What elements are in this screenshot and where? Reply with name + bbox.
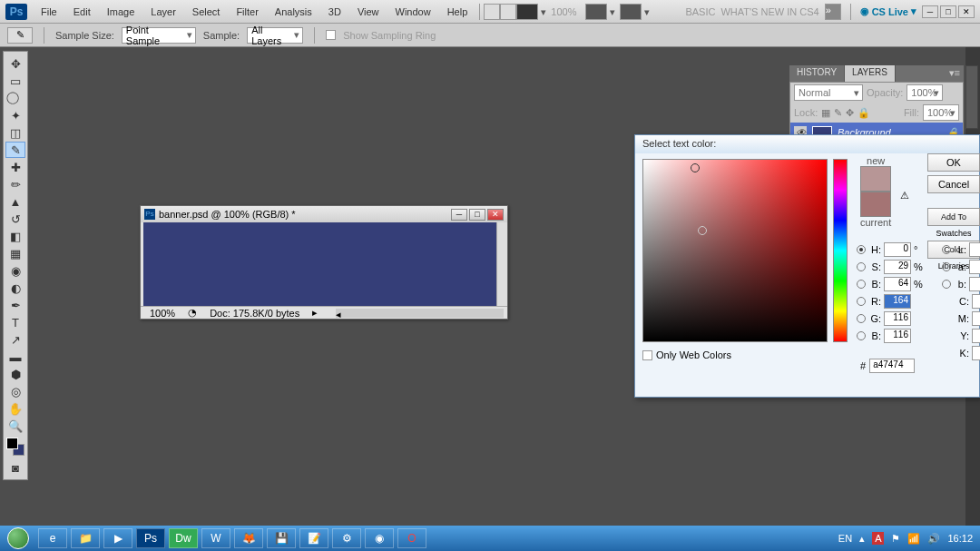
lasso-tool-icon[interactable]: ⃝ bbox=[5, 90, 25, 106]
s-radio[interactable] bbox=[857, 262, 866, 271]
opacity-input[interactable]: 100% bbox=[906, 84, 943, 101]
sample-select[interactable]: All Layers bbox=[247, 27, 303, 44]
3d-camera-tool-icon[interactable]: ◎ bbox=[5, 383, 25, 399]
h-radio[interactable] bbox=[857, 245, 866, 254]
bv-radio[interactable] bbox=[857, 331, 866, 340]
eraser-tool-icon[interactable]: ◧ bbox=[5, 228, 25, 244]
task-opera-icon[interactable]: O bbox=[397, 528, 426, 548]
whatsnew-label[interactable]: WHAT'S NEW IN CS4 bbox=[720, 6, 818, 17]
fill-input[interactable]: 100% bbox=[923, 104, 959, 121]
type-tool-icon[interactable]: T bbox=[5, 314, 25, 330]
menu-layer[interactable]: Layer bbox=[142, 3, 184, 21]
blend-mode-select[interactable]: Normal bbox=[794, 84, 863, 101]
bv-input[interactable]: 116 bbox=[884, 329, 911, 343]
lock-position-icon[interactable]: ✥ bbox=[846, 107, 854, 119]
path-tool-icon[interactable]: ↗ bbox=[5, 331, 25, 348]
task-dreamweaver-icon[interactable]: Dw bbox=[169, 528, 198, 548]
shape-tool-icon[interactable]: ▬ bbox=[5, 349, 25, 365]
task-chrome-icon[interactable]: ◉ bbox=[365, 528, 394, 548]
tab-history[interactable]: HISTORY bbox=[789, 65, 845, 82]
color-field[interactable] bbox=[642, 159, 828, 342]
color-marker-new[interactable] bbox=[691, 163, 700, 172]
blur-tool-icon[interactable]: ◉ bbox=[5, 262, 25, 279]
hex-input[interactable]: a47474 bbox=[869, 359, 915, 373]
r-radio[interactable] bbox=[857, 297, 866, 306]
current-color-swatch[interactable] bbox=[860, 192, 891, 217]
panel-dock[interactable] bbox=[965, 65, 978, 129]
panel-menu-icon[interactable]: ▾≡ bbox=[946, 65, 964, 82]
g-radio[interactable] bbox=[857, 314, 866, 323]
sample-size-select[interactable]: Point Sample bbox=[122, 27, 196, 44]
task-explorer-icon[interactable]: 📁 bbox=[71, 528, 100, 548]
Y-input[interactable]: 46 bbox=[972, 329, 980, 343]
close-icon[interactable]: ✕ bbox=[958, 5, 975, 18]
tray-lang[interactable]: EN bbox=[838, 533, 852, 544]
brush-tool-icon[interactable]: ✏ bbox=[5, 176, 25, 192]
show-ring-checkbox[interactable] bbox=[326, 30, 336, 40]
task-save-icon[interactable]: 💾 bbox=[267, 528, 296, 548]
b-radio[interactable] bbox=[857, 280, 866, 289]
arrange-docs-icon[interactable] bbox=[516, 4, 538, 20]
lock-transparency-icon[interactable]: ▦ bbox=[821, 107, 830, 119]
eyedropper-tool-icon[interactable]: ✎ bbox=[5, 142, 25, 158]
eyedropper-preset-icon[interactable]: ✎ bbox=[7, 27, 33, 44]
start-button[interactable] bbox=[0, 526, 36, 551]
h-input[interactable]: 0 bbox=[884, 242, 911, 257]
horizontal-scrollbar[interactable]: ◂ bbox=[336, 309, 504, 318]
cslive-button[interactable]: CS Live ▾ bbox=[860, 5, 916, 17]
quickmask-tool-icon[interactable]: ◙ bbox=[5, 459, 25, 476]
tray-network-icon[interactable]: 📶 bbox=[907, 533, 920, 545]
move-tool-icon[interactable]: ✥ bbox=[5, 55, 25, 72]
lb-radio[interactable] bbox=[942, 280, 951, 289]
wand-tool-icon[interactable]: ✦ bbox=[5, 107, 25, 123]
color-swatches[interactable] bbox=[6, 438, 24, 456]
stamp-tool-icon[interactable]: ▲ bbox=[5, 193, 25, 210]
task-word-icon[interactable]: W bbox=[201, 528, 230, 548]
menu-3d[interactable]: 3D bbox=[320, 3, 349, 21]
b-input[interactable]: 64 bbox=[884, 277, 911, 291]
doc-arrow-icon[interactable]: ▸ bbox=[312, 307, 318, 319]
tray-volume-icon[interactable]: 🔊 bbox=[927, 533, 940, 545]
view-extras-icon[interactable] bbox=[500, 4, 516, 20]
tab-layers[interactable]: LAYERS bbox=[845, 65, 896, 82]
doc-close-icon[interactable]: ✕ bbox=[487, 209, 504, 221]
gamut-warning-icon[interactable]: ⚠ bbox=[900, 190, 913, 202]
healing-tool-icon[interactable]: ✚ bbox=[5, 159, 25, 175]
add-swatches-button[interactable]: Add To Swatches bbox=[927, 208, 980, 226]
a-radio[interactable] bbox=[942, 262, 951, 271]
g-input[interactable]: 116 bbox=[884, 311, 911, 326]
document-titlebar[interactable]: Ps banner.psd @ 100% (RGB/8) * ─ □ ✕ bbox=[141, 206, 507, 222]
basic-label[interactable]: BASIC bbox=[685, 6, 715, 17]
menu-edit[interactable]: Edit bbox=[65, 3, 99, 21]
dialog-title[interactable]: Select text color: bbox=[635, 135, 979, 153]
history-brush-tool-icon[interactable]: ↺ bbox=[5, 211, 25, 227]
ok-button[interactable]: OK bbox=[927, 153, 980, 172]
lb-input[interactable]: 8 bbox=[969, 277, 980, 291]
minimize-icon[interactable]: ─ bbox=[922, 5, 938, 18]
task-app-icon[interactable]: ⚙ bbox=[332, 528, 361, 548]
tray-clock[interactable]: 16:12 bbox=[947, 533, 973, 544]
hue-slider[interactable] bbox=[833, 159, 848, 342]
color-marker-current[interactable] bbox=[698, 226, 707, 235]
screen-mode-icon[interactable] bbox=[585, 4, 607, 20]
menu-help[interactable]: Help bbox=[439, 3, 476, 21]
doc-zoom[interactable]: 100% bbox=[150, 308, 175, 319]
L-input[interactable]: 54 bbox=[969, 242, 980, 257]
doc-minimize-icon[interactable]: ─ bbox=[451, 209, 467, 221]
only-web-checkbox[interactable] bbox=[642, 350, 652, 360]
hand-tool-icon[interactable]: ✋ bbox=[5, 400, 25, 417]
a-input[interactable]: 20 bbox=[969, 260, 980, 274]
vertical-scrollbar[interactable] bbox=[496, 222, 507, 306]
gradient-tool-icon[interactable]: ▦ bbox=[5, 245, 25, 261]
menu-analysis[interactable]: Analysis bbox=[267, 3, 320, 21]
foreground-color-swatch[interactable] bbox=[6, 438, 18, 449]
3d-tool-icon[interactable]: ⬢ bbox=[5, 366, 25, 382]
expand-arrow-icon[interactable]: » bbox=[825, 4, 841, 20]
menu-image[interactable]: Image bbox=[99, 3, 143, 21]
restore-icon[interactable]: □ bbox=[940, 5, 956, 18]
task-firefox-icon[interactable]: 🦊 bbox=[234, 528, 263, 548]
doc-info-icon[interactable]: ◔ bbox=[188, 307, 197, 319]
C-input[interactable]: 34 bbox=[972, 294, 980, 309]
lock-image-icon[interactable]: ✎ bbox=[834, 107, 842, 119]
tray-expand-icon[interactable]: ▴ bbox=[859, 533, 865, 545]
